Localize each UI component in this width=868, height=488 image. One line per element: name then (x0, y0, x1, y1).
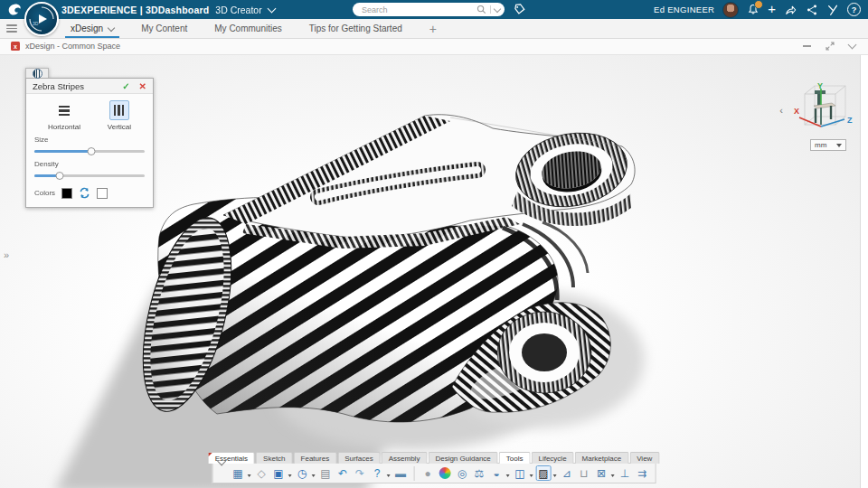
3ds-logo-icon[interactable] (6, 2, 24, 17)
maximize-icon[interactable] (826, 42, 835, 51)
right-panel-strip[interactable] (860, 54, 868, 488)
ribbon-tab-lifecycle[interactable]: Lifecycle (531, 452, 573, 465)
ribbon-tab-tools[interactable]: Tools (499, 452, 531, 465)
axis-z-label: Z (847, 116, 853, 125)
icon-glyph: ◒ (493, 467, 499, 480)
icon-glyph: ⊠ (597, 467, 606, 480)
icon-glyph: ▣ (273, 467, 283, 480)
color-wheel-glyph (439, 467, 451, 479)
colors-label: Colors (34, 189, 55, 197)
help-icon[interactable]: ? (370, 465, 385, 481)
orientation-options: Horizontal Vertical (34, 100, 145, 131)
measure-icon[interactable]: ◎ (455, 465, 470, 481)
color-swatch-black[interactable] (61, 188, 72, 199)
help-icon[interactable]: ? (847, 3, 861, 16)
user-name[interactable]: Ed ENGINEER (654, 5, 714, 14)
swap-colors-icon[interactable] (79, 187, 90, 199)
menu-hamburger-icon[interactable] (6, 24, 17, 33)
dropdown-caret-icon[interactable] (506, 474, 510, 477)
import-content-icon[interactable]: ▦ (231, 465, 246, 481)
minimize-icon[interactable] (803, 45, 811, 47)
ok-check-icon[interactable] (122, 81, 129, 91)
svg-text:3D: 3D (33, 21, 39, 26)
collapse-icon[interactable] (848, 41, 857, 50)
ribbon-tab-sketch[interactable]: Sketch (256, 452, 292, 465)
dialog-title: Zebra Stripes (33, 81, 84, 91)
ribbon-tab-surfaces[interactable]: Surfaces (337, 452, 381, 465)
dropdown-caret-icon[interactable] (288, 474, 292, 477)
density-slider[interactable] (34, 171, 145, 180)
orientation-horizontal[interactable]: Horizontal (48, 100, 80, 131)
draft-analysis-icon[interactable]: ⊿ (560, 465, 575, 481)
add-tab-button[interactable]: + (428, 19, 439, 38)
units-dropdown[interactable]: mm (810, 139, 846, 151)
chevron-down-icon[interactable] (267, 4, 276, 13)
close-icon[interactable] (139, 81, 146, 91)
update-status-icon[interactable]: ◷ (295, 465, 310, 481)
color-swatch-white[interactable] (97, 188, 108, 199)
save-icon[interactable]: ▣ (271, 465, 287, 481)
left-panel-expand-icon[interactable]: » (4, 249, 9, 260)
print-3d-icon[interactable]: ⊥ (618, 465, 633, 481)
mass-properties-icon[interactable]: ⚖ (472, 465, 487, 481)
dropdown-caret-icon[interactable] (530, 474, 533, 477)
ribbon-tab-essentials[interactable]: Essentials (208, 452, 255, 465)
print-send-icon[interactable]: ⇉ (635, 465, 650, 481)
tab-my-communities[interactable]: My Communities (212, 19, 283, 38)
ribbon-tab-view[interactable]: View (629, 452, 659, 465)
search-input[interactable] (360, 5, 476, 15)
density-slider-thumb[interactable] (56, 172, 64, 180)
icon-glyph: ● (424, 467, 430, 480)
dropdown-caret-icon[interactable] (553, 474, 557, 477)
capture-image-icon[interactable]: ▬ (393, 465, 409, 481)
share-icon[interactable] (806, 4, 818, 16)
swym-icon[interactable] (826, 4, 839, 16)
notifications-bell-icon[interactable] (747, 3, 760, 16)
viewport-3d[interactable]: » Zebra Stripes Horizontal Ve (0, 54, 868, 488)
search-options-chevron-icon[interactable] (494, 5, 501, 12)
avatar[interactable] (722, 2, 739, 18)
tab-tips-for-getting-started[interactable]: Tips for Getting Started (307, 19, 404, 38)
axis-x-label: X (794, 107, 799, 116)
new-part-icon[interactable]: ◇ (254, 465, 269, 481)
search-icon[interactable] (476, 5, 486, 14)
add-icon[interactable]: + (768, 2, 776, 15)
icon-glyph: ▦ (232, 467, 242, 480)
divider (414, 466, 415, 481)
ribbon-tab-marketplace[interactable]: Marketplace (575, 452, 629, 465)
dialog-header[interactable]: Zebra Stripes (26, 79, 153, 94)
ribbon-tab-features[interactable]: Features (294, 452, 337, 465)
tab-xdesign[interactable]: xDesign (69, 19, 116, 38)
zebra-stripes-icon[interactable]: ▨ (536, 465, 552, 481)
color-wheel-icon[interactable] (438, 465, 453, 481)
tab-my-content[interactable]: My Content (139, 19, 189, 38)
size-slider-thumb[interactable] (88, 147, 96, 155)
section-view-icon[interactable]: ◒ (489, 465, 505, 481)
print-export-icon[interactable]: ▤ (318, 465, 334, 481)
tag-icon[interactable] (513, 3, 526, 16)
undercut-analysis-icon[interactable]: ⊔ (577, 465, 592, 481)
forward-icon[interactable] (784, 4, 797, 16)
bend-definition-icon[interactable]: ◫ (513, 465, 528, 481)
dropdown-caret-icon[interactable] (312, 474, 316, 477)
size-slider[interactable] (34, 146, 145, 155)
dropdown-caret-icon[interactable] (611, 474, 615, 477)
dialog-tab[interactable] (25, 68, 49, 78)
icon-glyph: ▤ (320, 467, 330, 480)
search-bar[interactable] (353, 3, 505, 16)
xprint-icon[interactable]: ⊠ (594, 465, 609, 481)
ribbon-tab-design-guidance[interactable]: Design Guidance (428, 452, 497, 465)
view-cube[interactable]: X Z Y (790, 80, 855, 139)
ribbon-tab-assembly[interactable]: Assembly (382, 452, 428, 465)
dropdown-caret-icon[interactable] (387, 474, 391, 477)
undo-icon[interactable]: ↶ (335, 465, 351, 481)
zebra-stripes-mini-icon (33, 69, 42, 79)
orientation-vertical[interactable]: Vertical (108, 100, 131, 131)
chevron-down-icon[interactable] (108, 23, 115, 31)
dropdown-caret-icon[interactable] (248, 474, 251, 477)
redo-icon[interactable]: ↷ (353, 465, 368, 481)
icon-glyph: ◇ (257, 467, 265, 480)
viewcube-collapse-icon[interactable]: ‹ (779, 105, 783, 116)
compass-icon[interactable]: 3D (24, 2, 59, 36)
appearance-sphere-icon[interactable]: ● (420, 465, 436, 481)
